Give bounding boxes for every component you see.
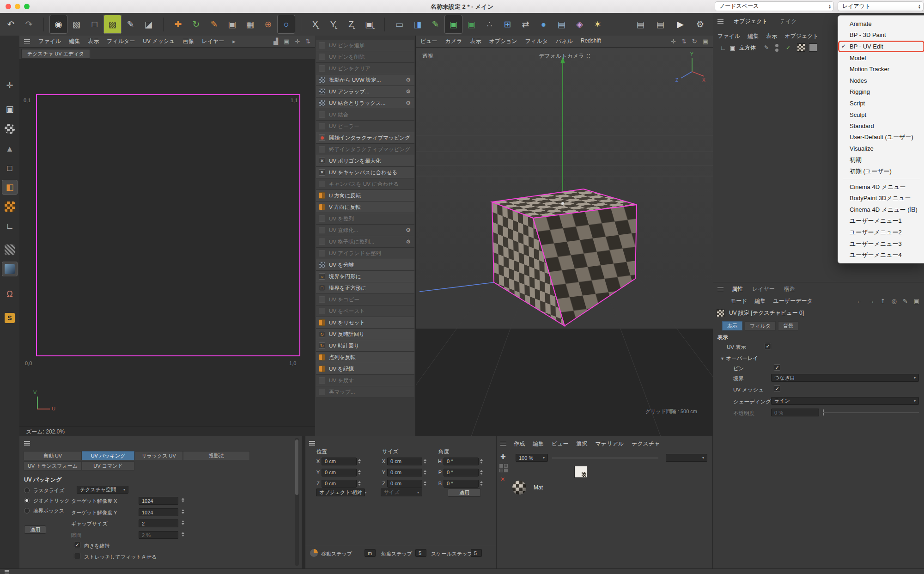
status-menu-icon[interactable] — [5, 570, 9, 573]
spinner-stepper[interactable] — [358, 459, 361, 464]
delete-cross-icon[interactable]: ✕ — [500, 476, 505, 482]
points-mode-icon[interactable]: □ — [2, 161, 18, 176]
viewport-menu-0[interactable]: ビュー — [420, 37, 438, 45]
shading-select[interactable]: ライン ▾ — [771, 397, 919, 405]
uv-menu-6[interactable]: レイヤー — [201, 37, 224, 45]
material-zoom-slider[interactable] — [552, 458, 658, 458]
pen-green-icon[interactable]: ✎ — [426, 15, 444, 34]
spinner-stepper[interactable] — [480, 470, 483, 475]
layout-menu-item-12[interactable]: 初期 — [838, 154, 924, 166]
attribute-menu-2[interactable]: ユーザーデータ — [773, 297, 813, 305]
layout-menu-item-11[interactable]: Visualize — [838, 143, 924, 155]
spline-snap-icon[interactable]: S — [2, 311, 18, 325]
object-menu-3[interactable]: オブジェクト — [784, 32, 819, 40]
rotate-view-icon[interactable]: ↻ — [692, 38, 697, 45]
layout-menu-item-17[interactable]: Cinema 4D メニュー (旧) — [838, 204, 924, 216]
panel-menu-icon[interactable] — [717, 287, 723, 292]
overlay-section-toggle[interactable]: ▼ オーバーレイ — [720, 355, 758, 362]
uv-command-19[interactable]: UV を分離 — [316, 259, 414, 271]
object-menu-0[interactable]: ファイル — [717, 32, 740, 40]
axis-record-icon[interactable]: ⊕ — [259, 15, 277, 34]
nodespace-select[interactable]: ノードスペース ▴▾ — [715, 1, 834, 11]
uv-command-27[interactable]: 点列を反転 — [316, 352, 414, 363]
chart-icon[interactable]: ▟ — [274, 38, 278, 45]
coordinates-apply-button[interactable]: 適用 — [448, 489, 481, 497]
rectangle-selection-icon[interactable]: ▧ — [67, 15, 85, 34]
uv-command-21[interactable]: 境界を正方形に — [316, 282, 414, 294]
coordinate-input[interactable]: 0 ° — [444, 469, 479, 476]
angle-step-input[interactable]: 5 — [415, 549, 426, 557]
pencil-tag-icon[interactable]: ✎ — [764, 44, 769, 51]
layout-menu-item-10[interactable]: User-Default (ユーザー) — [838, 132, 924, 143]
uv-command-9[interactable]: 終了インタラクティブマッピング — [316, 144, 414, 155]
cube-green-icon[interactable]: ▣ — [444, 15, 462, 34]
lock-icon[interactable]: ▣ — [914, 298, 919, 305]
settings-gear-icon[interactable]: ⚙ — [691, 15, 709, 34]
texture-space-select[interactable]: テクスチャ空間 ▾ — [77, 486, 128, 494]
paint-mode-icon[interactable] — [2, 262, 18, 276]
uv-command-30[interactable]: 再マップ... — [316, 386, 414, 398]
texture-tag-icon[interactable] — [797, 43, 805, 52]
uv-command-17[interactable]: UV 格子状に整列...⚙ — [316, 236, 414, 248]
lock-icon[interactable]: ▣ — [223, 15, 241, 34]
cube-lock-icon[interactable]: ▣L — [361, 15, 379, 34]
uv-menu-5[interactable]: 画像 — [182, 37, 194, 45]
layout-menu-item-19[interactable]: ユーザーメニュー2 — [838, 227, 924, 238]
material-menu-5[interactable]: テクスチャ — [632, 440, 660, 448]
uv-tools-tab2-0[interactable]: UV トランスフォーム — [24, 461, 82, 470]
coordinate-input[interactable]: 0 ° — [444, 458, 479, 465]
marquee-icon[interactable]: ▦ — [241, 15, 259, 34]
uv-command-29[interactable]: UV を戻す — [316, 375, 414, 386]
move-step-input[interactable]: m — [365, 549, 376, 557]
layout-menu-item-13[interactable]: 初期 (ユーザー) — [838, 166, 924, 177]
uv-tools-tab-3[interactable]: 投影法 — [183, 451, 250, 460]
panel-menu-icon[interactable] — [717, 19, 723, 24]
uv-command-7[interactable]: UV ピーラー — [316, 121, 414, 132]
model-mode-icon[interactable]: ▣ — [2, 102, 18, 116]
attribute-menu-1[interactable]: 編集 — [755, 297, 766, 305]
uv-command-4[interactable]: UV アンラップ...⚙ — [316, 86, 414, 98]
uv-command-22[interactable]: UV をコピー — [316, 294, 414, 305]
attribute-menu-0[interactable]: モード — [730, 297, 748, 305]
redo-icon[interactable]: ↷ — [20, 15, 38, 34]
lock-icon[interactable]: ▣ — [284, 38, 289, 45]
attribute-subtab-0[interactable]: 表示 — [722, 321, 742, 330]
cube-blue-icon[interactable]: ◨ — [408, 15, 426, 34]
layout-menu-item-7[interactable]: Script — [838, 98, 924, 109]
uv-command-13[interactable]: U 方向に反転 — [316, 190, 414, 202]
uv-command-28[interactable]: UV を記憶 — [316, 363, 414, 375]
material-menu-0[interactable]: 作成 — [514, 440, 525, 448]
layout-menu-item-8[interactable]: Sculpt — [838, 109, 924, 121]
uv-menu-1[interactable]: 編集 — [69, 37, 80, 45]
layout-menu-item-5[interactable]: Nodes — [838, 75, 924, 86]
border-select[interactable]: つなぎ目 ▾ — [771, 374, 919, 382]
uv-tools-scrollbar[interactable] — [295, 438, 299, 566]
uv-command-24[interactable]: UV をリセット — [316, 317, 414, 329]
undo-icon[interactable]: ↶ — [2, 15, 20, 34]
render-settings-icon[interactable]: ▤ — [651, 15, 669, 34]
layout-menu-item-15[interactable]: Cinema 4D メニュー — [838, 181, 924, 193]
uv-menu-2[interactable]: 表示 — [88, 37, 99, 45]
uvw-tag-icon[interactable] — [809, 43, 817, 52]
polygons-mode-icon[interactable]: ◧ — [2, 180, 18, 195]
uv-command-2[interactable]: UV ピンをクリア — [316, 63, 414, 74]
size-mode-select[interactable]: サイズ ▾ — [381, 489, 422, 496]
uv-tools-tab-2[interactable]: リラックス UV — [134, 451, 183, 460]
live-selection-icon[interactable]: ◉ — [49, 15, 67, 34]
viewport-menu-2[interactable]: 表示 — [470, 37, 481, 45]
spinner-stepper[interactable] — [182, 520, 184, 525]
uv-command-1[interactable]: UV ピンを削除 — [316, 51, 414, 63]
brush-tool-icon[interactable]: ✎ — [122, 15, 140, 34]
uv-canvas[interactable]: 0,1 1,1 0,0 1,0 V U — [19, 59, 315, 426]
add-object-icon[interactable]: ✚ — [169, 15, 187, 34]
gear-icon[interactable]: ⚙ — [406, 238, 411, 245]
move-icon[interactable]: ✛ — [295, 38, 300, 45]
table-icon[interactable]: ▤ — [553, 15, 571, 34]
uv-command-3[interactable]: 投影から UVW 設定...⚙ — [316, 74, 414, 86]
coordinate-mode-select[interactable]: オブジェクト:相対 ▾ — [316, 489, 365, 496]
uv-packing-field-input-1[interactable]: 1024 — [139, 508, 178, 516]
frame-selection-icon[interactable]: □ — [85, 15, 103, 34]
forward-arrow-icon[interactable]: → — [869, 298, 875, 305]
uv-packing-radio-1[interactable]: ジオメトリック — [24, 495, 70, 506]
spinner-stepper[interactable] — [424, 481, 426, 486]
